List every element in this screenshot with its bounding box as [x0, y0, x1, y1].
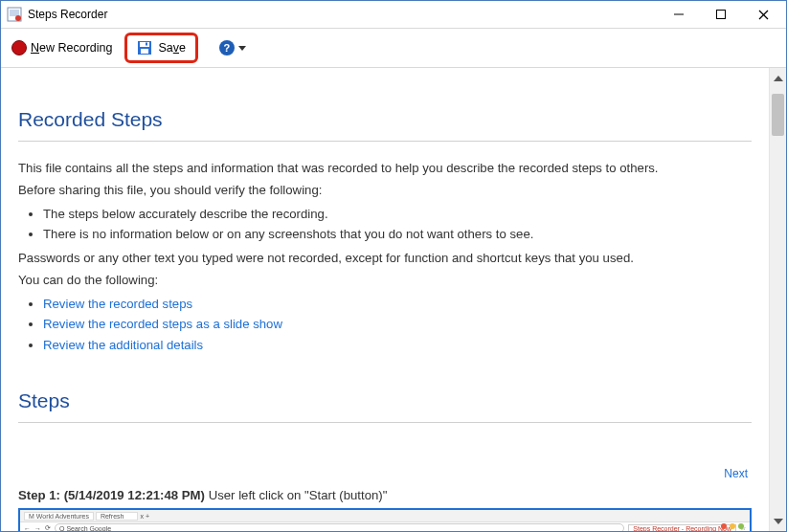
scroll-up-button[interactable] — [771, 70, 785, 86]
list-item: Review the additional details — [43, 336, 752, 355]
review-details-link[interactable]: Review the additional details — [43, 338, 203, 352]
maximize-button[interactable] — [700, 2, 742, 28]
maximize-icon — [716, 10, 726, 19]
save-icon — [137, 40, 152, 55]
help-dropdown[interactable]: ? — [212, 40, 246, 55]
heading-steps: Steps — [18, 389, 752, 412]
svg-point-2 — [15, 15, 21, 21]
chevron-up-icon — [774, 76, 783, 81]
titlebar: Steps Recorder — [1, 1, 786, 29]
verify-list: The steps below accurately describe the … — [43, 205, 752, 245]
list-item: Review the recorded steps as a slide sho… — [43, 315, 752, 334]
body: Recorded Steps This file contains all th… — [1, 68, 786, 531]
svg-rect-8 — [140, 42, 149, 47]
divider — [18, 141, 752, 142]
document-viewport: Recorded Steps This file contains all th… — [1, 68, 769, 531]
intro-text-1: This file contains all the steps and inf… — [18, 159, 752, 178]
chevron-down-icon — [774, 519, 783, 524]
window-title: Steps Recorder — [28, 8, 107, 21]
close-icon — [758, 10, 769, 20]
intro-text-2: Before sharing this file, you should ver… — [18, 181, 752, 200]
screenshot-tabrow: M World Adventures Refresh x + — [20, 510, 750, 522]
new-recording-button[interactable]: New Recording — [9, 36, 115, 59]
help-icon: ? — [219, 40, 235, 55]
verify-item: There is no information below or on any … — [43, 225, 752, 244]
actions-intro: You can do the following: — [18, 271, 752, 290]
step-1-desc: User left click on "Start (button)" — [205, 488, 387, 502]
screenshot-window-dots — [721, 523, 744, 529]
review-steps-link[interactable]: Review the recorded steps — [43, 297, 192, 311]
minimize-button[interactable] — [658, 2, 700, 28]
heading-recorded-steps: Recorded Steps — [18, 108, 752, 131]
step-1-label: Step 1: (5/14/2019 12:21:48 PM) — [18, 488, 205, 502]
screenshot-addr: ←→⟳ Q Search Google Steps Recorder - Rec… — [20, 522, 750, 531]
passwords-note: Passwords or any other text you typed we… — [18, 249, 752, 268]
verify-item: The steps below accurately describe the … — [43, 205, 752, 224]
scroll-down-button[interactable] — [771, 513, 785, 529]
vertical-scrollbar[interactable] — [769, 68, 786, 531]
minimize-icon — [674, 10, 684, 19]
divider — [18, 422, 752, 423]
step-1-header: Step 1: (5/14/2019 12:21:48 PM) User lef… — [18, 488, 752, 502]
svg-rect-1 — [10, 10, 19, 16]
review-slideshow-link[interactable]: Review the recorded steps as a slide sho… — [43, 317, 282, 331]
chevron-down-icon — [238, 46, 246, 51]
app-window: Steps Recorder New Recording — [0, 0, 787, 532]
save-label: Save — [158, 41, 186, 55]
scroll-track[interactable] — [770, 86, 786, 513]
record-icon — [11, 40, 27, 55]
scroll-thumb[interactable] — [772, 94, 784, 136]
actions-list: Review the recorded steps Review the rec… — [43, 295, 752, 355]
step-1-screenshot[interactable]: M World Adventures Refresh x + ←→⟳ Q Sea… — [18, 508, 752, 531]
list-item: Review the recorded steps — [43, 295, 752, 314]
save-button[interactable]: Save — [124, 33, 198, 63]
svg-rect-10 — [146, 43, 147, 46]
next-link[interactable]: Next — [724, 467, 748, 480]
app-icon — [7, 7, 22, 22]
toolbar: New Recording Save ? — [1, 29, 786, 68]
svg-rect-9 — [141, 49, 148, 54]
new-recording-label: New Recording — [31, 41, 112, 55]
svg-rect-4 — [717, 11, 726, 19]
close-button[interactable] — [742, 2, 784, 28]
